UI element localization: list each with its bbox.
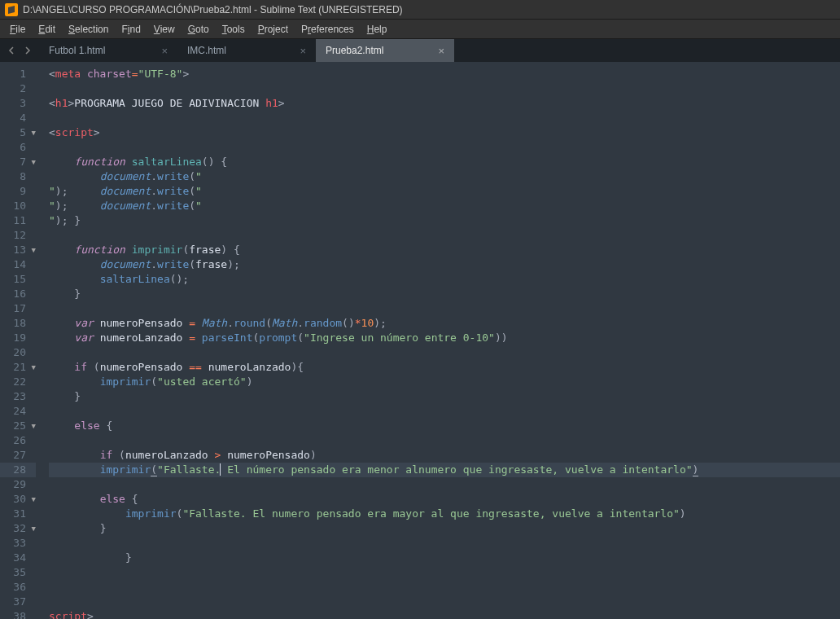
close-icon[interactable]: ×	[300, 45, 306, 57]
close-icon[interactable]: ×	[161, 45, 168, 57]
app-icon	[5, 3, 18, 16]
tab-futbol1[interactable]: Futbol 1.html ×	[39, 39, 177, 62]
titlebar: D:\ANGEL\CURSO PROGRAMACIÓN\Prueba2.html…	[0, 0, 840, 20]
tab-label: IMC.html	[187, 45, 226, 56]
tab-label: Futbol 1.html	[49, 45, 105, 56]
gutter: 12345▼67▼8910111213▼1415161718192021▼222…	[0, 62, 42, 619]
menu-preferences[interactable]: Preferences	[296, 22, 359, 37]
chevron-left-icon	[8, 46, 16, 55]
window-title: D:\ANGEL\CURSO PROGRAMACIÓN\Prueba2.html…	[23, 4, 403, 15]
tab-nav-arrows[interactable]	[0, 39, 39, 62]
menu-goto[interactable]: Goto	[183, 22, 214, 37]
chevron-right-icon	[23, 46, 31, 55]
menu-tools[interactable]: Tools	[217, 22, 250, 37]
editor[interactable]: 12345▼67▼8910111213▼1415161718192021▼222…	[0, 62, 840, 619]
tab-imc[interactable]: IMC.html ×	[177, 39, 316, 62]
menu-view[interactable]: View	[149, 22, 180, 37]
tab-prueba2[interactable]: Prueba2.html ×	[316, 39, 454, 62]
menu-help[interactable]: Help	[362, 22, 392, 37]
close-icon[interactable]: ×	[438, 45, 444, 57]
tab-label: Prueba2.html	[326, 45, 383, 56]
menubar: File Edit Selection Find View Goto Tools…	[0, 20, 840, 39]
menu-find[interactable]: Find	[116, 22, 145, 37]
tabbar: Futbol 1.html × IMC.html × Prueba2.html …	[0, 39, 840, 62]
code-area[interactable]: <meta charset="UTF-8"><h1>PROGRAMA JUEGO…	[42, 62, 840, 619]
menu-edit[interactable]: Edit	[33, 22, 60, 37]
menu-project[interactable]: Project	[253, 22, 293, 37]
menu-file[interactable]: File	[5, 22, 30, 37]
menu-selection[interactable]: Selection	[63, 22, 113, 37]
